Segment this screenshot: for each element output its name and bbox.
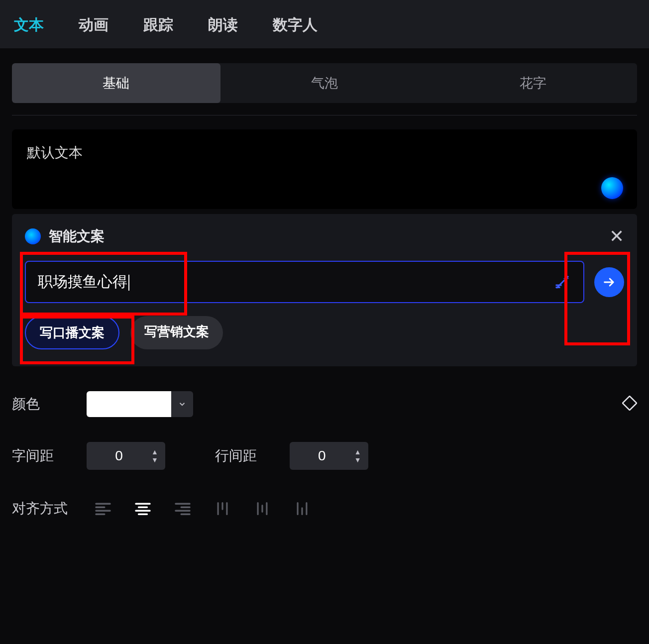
letter-spacing-stepper[interactable]: 0 ▲▼ <box>87 442 165 470</box>
align-label: 对齐方式 <box>12 499 72 518</box>
line-spacing-value: 0 <box>290 448 354 464</box>
align-center-button[interactable] <box>126 495 159 523</box>
tab-text[interactable]: 文本 <box>14 15 44 35</box>
step-down-icon[interactable]: ▼ <box>151 456 158 463</box>
step-up-icon[interactable]: ▲ <box>151 448 158 455</box>
text-content-input[interactable]: 默认文本 <box>12 129 637 209</box>
line-spacing-stepper[interactable]: 0 ▲▼ <box>290 442 368 470</box>
chip-script-copy[interactable]: 写口播文案 <box>25 316 119 349</box>
color-swatch <box>87 391 171 417</box>
align-right-button[interactable] <box>166 495 199 523</box>
subtab-basic[interactable]: 基础 <box>12 63 220 103</box>
color-picker[interactable] <box>87 391 193 417</box>
subtab-bubble[interactable]: 气泡 <box>220 63 429 103</box>
step-down-icon[interactable]: ▼ <box>354 456 361 463</box>
align-left-button[interactable] <box>87 495 119 523</box>
line-spacing-label: 行间距 <box>215 446 275 465</box>
svg-rect-0 <box>623 396 637 410</box>
smart-copy-panel: 智能文案 ✕ 职场摸鱼心得 写口播文案 写营销文案 <box>12 214 637 366</box>
chevron-down-icon[interactable] <box>171 391 193 417</box>
align-buttons <box>87 495 319 523</box>
letter-spacing-value: 0 <box>87 448 151 464</box>
reset-color-icon[interactable] <box>622 396 637 413</box>
chip-marketing-copy[interactable]: 写营销文案 <box>130 316 223 349</box>
text-style-subtabs: 基础 气泡 花字 <box>12 63 637 103</box>
tab-track[interactable]: 跟踪 <box>143 15 173 35</box>
letter-spacing-label: 字间距 <box>12 446 72 465</box>
align-v-top-button[interactable] <box>206 495 239 523</box>
smart-copy-value: 职场摸鱼心得 <box>38 272 553 292</box>
tab-avatar[interactable]: 数字人 <box>273 15 318 35</box>
align-v-middle-button[interactable] <box>246 495 279 523</box>
panel-title: 智能文案 <box>49 227 105 246</box>
ai-orb-icon[interactable] <box>601 177 623 199</box>
tab-read[interactable]: 朗读 <box>208 15 238 35</box>
divider <box>12 115 637 115</box>
step-up-icon[interactable]: ▲ <box>354 448 361 455</box>
align-v-bottom-button[interactable] <box>286 495 319 523</box>
subtab-fancy[interactable]: 花字 <box>429 63 637 103</box>
close-icon[interactable]: ✕ <box>609 227 624 245</box>
magic-wand-icon[interactable] <box>553 273 571 291</box>
color-label: 颜色 <box>12 395 72 414</box>
tab-animation[interactable]: 动画 <box>79 15 108 35</box>
primary-tabs: 文本 动画 跟踪 朗读 数字人 <box>0 0 649 48</box>
color-row: 颜色 <box>12 391 637 417</box>
submit-button[interactable] <box>594 267 624 297</box>
text-content-value: 默认文本 <box>27 145 83 160</box>
ai-orb-icon <box>25 228 41 244</box>
smart-copy-input[interactable]: 职场摸鱼心得 <box>25 261 584 303</box>
